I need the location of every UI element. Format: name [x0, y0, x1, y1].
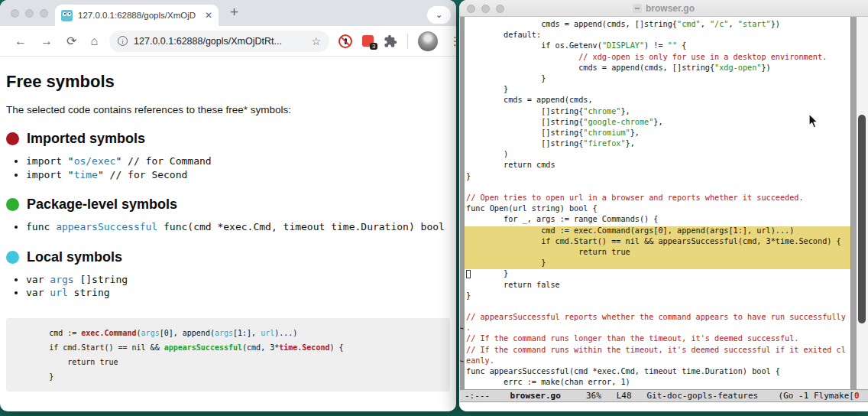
emacs-title-bar[interactable]: browser.go — [459, 0, 868, 17]
code-text: // xdg-open is only for use in a desktop… — [578, 53, 827, 61]
code-text: default: — [466, 31, 541, 39]
code-text: func(cmd *exec.Cmd, timeout time.Duratio… — [157, 221, 445, 232]
code-text: } — [466, 258, 546, 267]
symbol-link[interactable]: time — [74, 169, 98, 180]
code-text: string — [68, 287, 110, 298]
minimize-window-button[interactable] — [25, 9, 34, 18]
tab-strip: 127.0.0.1:62888/gopls/XmOjD ✕ + ⌄ — [0, 0, 456, 26]
echo-area — [460, 402, 868, 411]
code-text: func Open(url string) bool { — [466, 204, 598, 213]
code-text: "chrome" — [583, 107, 620, 115]
code-text: [0], append( — [160, 329, 215, 337]
code-line: func appearsSuccessful(cmd *exec.Cmd, ti… — [466, 367, 850, 378]
list-item: import "os/exec" // for Command — [26, 154, 450, 168]
code-text: }) — [761, 63, 770, 72]
code-text: // appearsSuccessful reports whether the… — [466, 313, 846, 321]
site-info-icon[interactable]: i — [118, 36, 128, 46]
code-text: for _, args := range Commands() { — [466, 215, 658, 223]
code-text: []string — [74, 274, 128, 285]
code-line: } — [466, 269, 850, 280]
code-text: , — [729, 20, 738, 28]
extensions-puzzle-icon[interactable] — [384, 34, 397, 48]
code-line: func Open(url string) bool { — [466, 204, 850, 215]
code-text: )...) — [274, 329, 297, 337]
section-title: Package-level symbols — [27, 197, 177, 213]
modeline-prefix: -:--- — [465, 391, 510, 401]
address-bar[interactable]: i 127.0.0.1:62888/gopls/XmOjDtRt... ☆ — [109, 31, 329, 52]
mouse-cursor — [808, 113, 820, 129]
code-text: [1:], — [233, 329, 261, 337]
code-text: []string{ — [466, 128, 583, 137]
tab-close-icon[interactable]: ✕ — [205, 10, 212, 21]
emacs-title-text: browser.go — [646, 3, 695, 14]
tracker-blocker-extension-icon[interactable] — [338, 34, 352, 48]
code-text: ) { — [329, 343, 343, 352]
highlighted-code-line: } — [465, 258, 857, 269]
mode-line: -:--- browser.go 36% L48 Git-doc-gopls-f… — [460, 389, 868, 402]
zoom-window-button[interactable] — [40, 9, 48, 18]
symbol-link[interactable]: os/exec — [74, 155, 116, 167]
reload-icon[interactable]: ⟳ — [66, 34, 76, 48]
code-text: // If the command runs within the timeou… — [466, 346, 846, 354]
adblock-extension-icon[interactable]: 3 — [362, 35, 374, 47]
code-text: func — [26, 221, 56, 232]
code-line: []string{"chromium"}, — [466, 128, 850, 139]
bookmark-star-icon[interactable]: ☆ — [312, 35, 322, 47]
profile-avatar[interactable] — [418, 31, 438, 51]
symbol-link[interactable]: url — [50, 287, 67, 298]
scrollbar-thumb[interactable] — [858, 115, 866, 323]
code-text: import " — [26, 169, 74, 180]
forward-icon[interactable]: → — [40, 34, 53, 48]
symbol-link[interactable]: appearsSuccessful — [56, 221, 157, 232]
section-heading: Local symbols — [6, 249, 450, 265]
tab-title: 127.0.0.1:62888/gopls/XmOjD — [78, 11, 200, 20]
code-text: , — [701, 20, 710, 28]
symbol-list: func appearsSuccessful func(cmd *exec.Cm… — [6, 220, 450, 234]
code-line: []string{"google-chrome"}, — [466, 118, 850, 128]
code-line: eanly.↪ — [466, 356, 850, 367]
chrome-menu-icon[interactable]: ⋮ — [449, 34, 456, 48]
code-text: cmds = append(cmds, []string{ — [466, 63, 714, 72]
highlighted-code-line: return true — [465, 248, 857, 258]
home-icon[interactable]: ⌂ — [90, 34, 98, 48]
code-text: "google-chrome" — [583, 118, 653, 126]
browser-window: 127.0.0.1:62888/gopls/XmOjD ✕ + ⌄ ← → ⟳ … — [0, 0, 456, 411]
window-controls[interactable] — [11, 9, 48, 18]
code-text: cmds = append(cmds, — [466, 96, 593, 104]
browser-toolbar: ← → ⟳ ⌂ i 127.0.0.1:62888/gopls/XmOjDtRt… — [0, 26, 456, 57]
page-title: Free symbols — [6, 72, 450, 92]
code-line: return true — [12, 355, 444, 369]
code-text: cmd := exec.Command(args[0], append(args… — [466, 226, 794, 235]
code-text: } — [466, 172, 471, 180]
left-scrollbar-track[interactable] — [460, 17, 465, 389]
code-text — [466, 53, 578, 61]
code-text: if os.Getenv( — [466, 41, 602, 50]
selected-code-block: cmd := exec.Command(args[0], append(args… — [6, 318, 450, 392]
modeline-filename: browser.go — [510, 391, 561, 401]
highlighted-code-line: cmd := exec.Command(args[0], append(args… — [465, 226, 857, 237]
symbol-link[interactable]: args — [50, 274, 73, 285]
code-line: ) — [466, 150, 850, 161]
code-line: .↪ — [466, 323, 850, 334]
code-text: appearsSuccessful — [164, 343, 242, 352]
browser-tab[interactable]: 127.0.0.1:62888/gopls/XmOjD ✕ — [55, 5, 219, 26]
close-window-button[interactable] — [11, 9, 19, 18]
code-text: }, — [630, 128, 640, 137]
code-text: }, — [626, 139, 635, 148]
code-line: cmds = append(cmds, — [466, 96, 850, 106]
new-tab-button[interactable]: + — [230, 4, 238, 21]
code-line: cmd := exec.Command(args[0], append(args… — [12, 326, 444, 340]
code-text: } — [12, 372, 53, 381]
code-buffer[interactable]: cmds = append(cmds, []string{"cmd", "/c"… — [466, 20, 850, 388]
code-text: url — [261, 329, 274, 337]
code-line: } — [466, 74, 850, 85]
tab-search-button[interactable]: ⌄ — [427, 6, 451, 24]
code-text: "chromium" — [583, 128, 630, 137]
section-heading: Imported symbols — [6, 131, 450, 147]
document-proxy-icon — [633, 4, 642, 13]
back-icon[interactable]: ← — [15, 34, 27, 48]
code-line — [466, 302, 850, 313]
url-text[interactable]: 127.0.0.1:62888/gopls/XmOjDtRt... — [134, 36, 306, 47]
list-item: func appearsSuccessful func(cmd *exec.Cm… — [26, 220, 450, 234]
code-text: func appearsSuccessful(cmd *exec.Cmd, ti… — [466, 367, 780, 375]
